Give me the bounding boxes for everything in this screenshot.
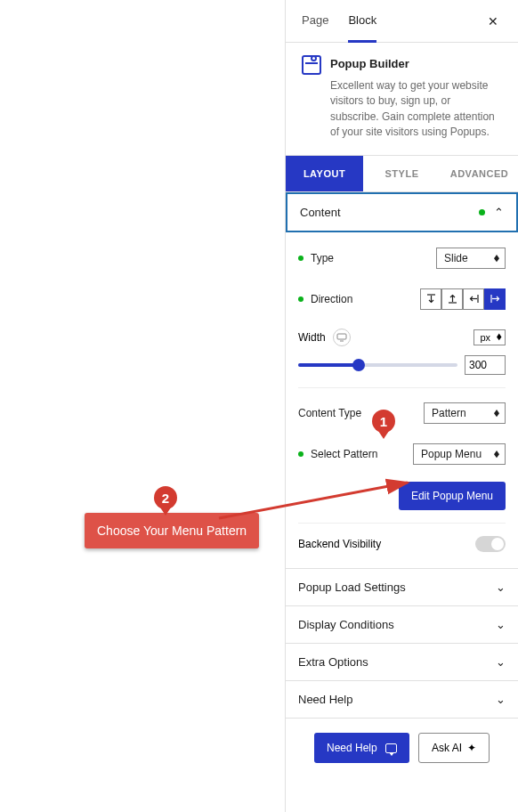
section-extra-options[interactable]: Extra Options ⌄ <box>286 644 518 681</box>
width-slider[interactable] <box>298 363 457 367</box>
direction-buttons <box>420 288 506 310</box>
row-width-slider <box>298 346 506 388</box>
active-dot-icon <box>298 296 304 302</box>
need-help-label: Need Help <box>327 742 377 754</box>
need-help-button[interactable]: Need Help <box>314 733 409 763</box>
section-display-label: Display Conditions <box>298 618 394 631</box>
svg-rect-8 <box>337 334 346 339</box>
section-help-label: Need Help <box>298 693 352 706</box>
type-select[interactable]: Slide <box>436 248 506 269</box>
row-edit-pattern: Edit Popup Menu <box>298 475 506 524</box>
top-tabs: Page Block ✕ <box>286 0 518 43</box>
sub-tabs: LAYOUT STYLE ADVANCED <box>286 156 518 192</box>
chevron-down-icon: ⌄ <box>496 581 506 594</box>
section-content-body: Type Slide Direction Width px <box>286 232 518 569</box>
edit-popup-menu-button[interactable]: Edit Popup Menu <box>399 482 506 510</box>
ask-ai-label: Ask AI <box>432 742 462 754</box>
footer-buttons: Need Help Ask AI ✦ <box>286 719 518 777</box>
block-title: Popup Builder <box>330 55 409 70</box>
subtab-style[interactable]: STYLE <box>363 156 441 191</box>
content-type-select[interactable]: Pattern <box>424 402 506 424</box>
tab-page[interactable]: Page <box>302 0 328 43</box>
annotation-marker-2: 2 <box>154 486 177 509</box>
popup-builder-icon <box>302 55 321 75</box>
cursor-icon: ✦ <box>467 742 476 754</box>
close-icon[interactable]: ✕ <box>484 11 502 32</box>
ask-ai-button[interactable]: Ask AI ✦ <box>418 733 490 763</box>
backend-visibility-label: Backend Visibility <box>298 538 381 550</box>
section-content-label: Content <box>300 206 341 219</box>
section-display-conditions[interactable]: Display Conditions ⌄ <box>286 606 518 644</box>
row-type: Type Slide <box>298 238 506 279</box>
chevron-down-icon: ⌄ <box>496 618 506 631</box>
width-unit-select[interactable]: px <box>473 329 506 345</box>
active-dot-icon <box>298 451 304 457</box>
annotation-callout: Choose Your Menu Pattern <box>85 513 259 548</box>
select-pattern-label: Select Pattern <box>311 448 413 460</box>
subtab-layout[interactable]: LAYOUT <box>286 156 363 191</box>
slider-thumb[interactable] <box>352 359 365 371</box>
section-popup-load[interactable]: Popup Load Settings ⌄ <box>286 569 518 606</box>
section-content-header[interactable]: Content ⌃ <box>286 192 518 232</box>
row-content-type: Content Type Pattern <box>298 388 506 434</box>
type-label: Type <box>311 252 436 264</box>
row-direction: Direction <box>298 279 506 320</box>
tab-block[interactable]: Block <box>348 0 376 43</box>
select-pattern-select[interactable]: Popup Menu <box>413 443 506 465</box>
width-label: Width <box>298 331 326 344</box>
backend-visibility-toggle[interactable] <box>475 536 506 552</box>
row-width-label: Width px <box>298 320 506 346</box>
block-description: Popup Builder Excellent way to get your … <box>286 43 518 156</box>
row-backend-visibility: Backend Visibility <box>298 524 506 556</box>
section-extra-label: Extra Options <box>298 655 368 669</box>
subtab-advanced[interactable]: ADVANCED <box>441 156 518 191</box>
slider-fill <box>298 363 359 367</box>
active-dot-icon <box>298 256 304 261</box>
direction-right-button[interactable] <box>484 288 506 310</box>
content-type-label: Content Type <box>298 407 424 419</box>
status-dot-icon <box>479 209 485 215</box>
direction-down-button[interactable] <box>420 288 441 310</box>
section-need-help[interactable]: Need Help ⌄ <box>286 681 518 719</box>
section-popup-load-label: Popup Load Settings <box>298 581 406 594</box>
direction-left-button[interactable] <box>463 288 484 310</box>
block-desc-text: Excellent way to get your website visito… <box>330 78 502 141</box>
chevron-down-icon: ⌄ <box>496 693 506 706</box>
row-select-pattern: Select Pattern Popup Menu <box>298 434 506 475</box>
width-value-input[interactable] <box>465 355 506 375</box>
chevron-down-icon: ⌄ <box>496 655 506 669</box>
annotation-marker-1: 1 <box>372 410 395 433</box>
chat-icon <box>385 743 397 753</box>
device-icon[interactable] <box>333 329 351 346</box>
direction-label: Direction <box>311 293 420 305</box>
chevron-up-icon: ⌃ <box>494 206 504 219</box>
settings-sidebar: Page Block ✕ Popup Builder Excellent way… <box>285 0 518 812</box>
direction-up-button[interactable] <box>441 288 463 310</box>
